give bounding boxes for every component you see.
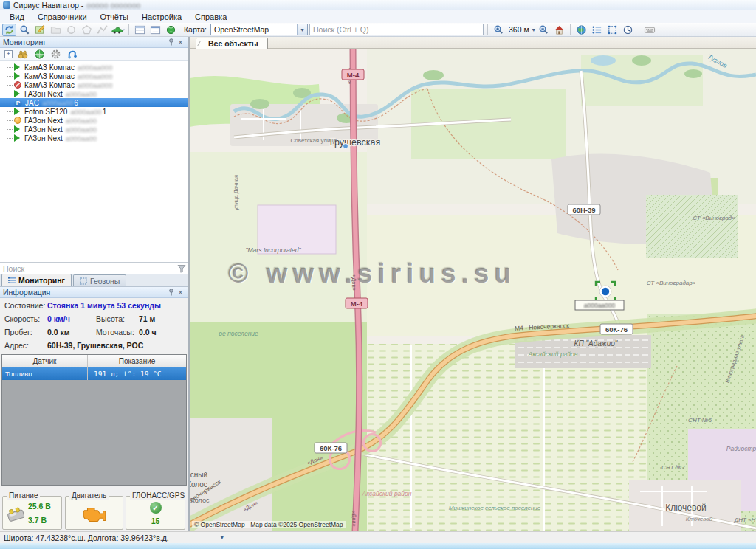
svg-text:М-4: М-4 [351,300,363,308]
vehicle-row[interactable]: ГАЗон Nextа000аа00 [0,89,188,98]
map-canvas[interactable]: «Дон» «Дон» «Дон» «Дон» «Дон» М4 - Новоч… [190,49,756,531]
monitoring-panel-title: Мониторинг [3,38,46,46]
settings-gear-icon[interactable] [49,49,61,60]
map-area: Все объекты [190,37,756,531]
calendar-button[interactable] [148,24,162,36]
home-view-button[interactable] [552,24,566,36]
sensor-row-fuel[interactable]: Топливо 191 л; t°: 19 °C [2,367,186,380]
statusbar-dropdown-icon[interactable]: ▾ [221,534,224,541]
vehicle-row[interactable]: КамАЗ Компаса000аа000 [0,72,188,80]
scale-dropdown-icon[interactable]: ▾ [532,27,535,33]
pin-icon[interactable] [166,288,176,297]
svg-text:ое поселение: ое поселение [219,330,258,337]
select-area-button[interactable] [605,24,619,36]
marker-plate-text: а000аа000 [584,302,616,309]
speed-value: 0 км/ч [47,314,96,323]
report-table-button[interactable] [133,24,147,36]
status-moving-icon [14,108,20,115]
m4-badge: М-4 [346,298,368,308]
vehicle-row[interactable]: ГАЗон Nextа000аа00 [0,125,188,134]
svg-text:Колос: Колос [190,480,207,488]
pin-icon[interactable] [166,38,176,47]
svg-text:М-4: М-4 [347,71,360,79]
menu-bar: Вид Справочники Отчёты Настройка Справка [0,10,756,23]
hours-value[interactable]: 0.0 ч [139,328,157,336]
map-tab-all-objects[interactable]: Все объекты [196,38,268,49]
m4-badge: М-4 [342,69,364,80]
gnss-gauge-label: ГЛОНАСС/GPS [130,491,187,500]
svg-text:60Н-39: 60Н-39 [572,206,595,214]
svg-text:60К-76: 60К-76 [320,444,342,452]
address-value: 60Н-39, Грушевская, РОС [47,341,143,350]
globe-button[interactable] [574,24,588,36]
zoom-out-button[interactable] [537,24,551,36]
sensor-name: Топливо [2,367,88,380]
track-refresh-button[interactable] [2,24,16,36]
tab-geozones[interactable]: Геозоны [73,274,126,286]
svg-text:Радиостр: Радиостр [726,445,756,452]
map-edit-button[interactable] [33,24,47,36]
sensor-table-header: Датчик Показание [2,355,186,367]
status-moving-icon [14,63,20,71]
state-label: Состояние: [4,301,47,310]
info-panel: Состояние:Стоянка 1 минута 53 секунды Ск… [0,298,188,354]
svg-text:СТ «Виноградар»: СТ «Виноградар» [647,280,696,286]
vehicle-row[interactable]: ГАЗон Nextа000аа00 [0,116,188,125]
address-label: Адрес: [4,341,47,350]
vehicle-search-input[interactable] [0,264,175,273]
sensor-value: 191 л; t°: 19 °C [88,370,186,378]
svg-text:улица Дачная: улица Дачная [233,175,239,210]
altitude-label: Высота: [96,314,139,323]
map-select[interactable]: OpenStreetMap ▾ [210,24,308,35]
sensor-column-header[interactable]: Датчик [2,355,88,367]
value-column-header[interactable]: Показание [88,355,186,367]
menu-spravochniki[interactable]: Справочники [31,12,94,22]
zoom-in-button[interactable] [492,24,506,36]
menu-vid[interactable]: Вид [3,12,31,22]
gnss-status-icon: ✓ [150,502,162,514]
object-list-button[interactable] [590,24,604,36]
map-select-arrow-icon[interactable]: ▾ [297,24,307,35]
menu-nastroyka[interactable]: Настройка [135,12,188,22]
status-idle-icon [14,117,21,124]
speed-label: Скорость: [4,314,47,323]
history-clock-button[interactable] [621,24,635,36]
svg-text:Колос: Колос [191,497,210,504]
altitude-value: 71 м [139,314,155,323]
gnss-satellites-value: 15 [126,517,185,525]
svg-text:«Дон»: «Дон» [351,274,357,291]
vehicle-search [0,262,188,274]
toolbar-separator [570,24,571,35]
menu-spravka[interactable]: Справка [188,12,233,22]
tab-monitoring[interactable]: Мониторинг [1,274,72,286]
search-object-button[interactable] [18,24,32,36]
polyline-tool-icon[interactable] [95,24,109,36]
connection-phone-icon[interactable] [66,49,78,60]
vehicle-row-selected[interactable]: PJACа000аа006 [0,98,188,107]
svg-text:Грушевская: Грушевская [330,137,380,148]
vehicle-row[interactable]: Foton SE120а000аа001 [0,107,188,116]
polygon-tool-icon[interactable] [80,24,94,36]
gnss-gauge: ГЛОНАСС/GPS ✓ 15 [126,496,185,530]
close-icon[interactable]: × [176,288,185,297]
vehicle-menu-button[interactable] [111,24,125,36]
geo-tools-button[interactable] [164,24,178,36]
vehicle-row[interactable]: ГАЗон Nextа000аа00 [0,134,188,142]
global-search-input[interactable] [309,24,484,35]
svg-text:Аксайский район: Аксайский район [362,490,412,497]
show-on-map-globe-icon[interactable] [33,49,45,60]
filter-funnel-icon[interactable] [175,263,188,274]
title-bar: Сириус Навигатор - ооооо ооооооо [0,0,756,10]
folder-tool-icon[interactable] [49,24,63,36]
binoculars-icon[interactable] [17,49,29,60]
menu-otchety[interactable]: Отчёты [94,12,135,22]
mileage-value[interactable]: 0.0 км [47,328,96,336]
keyboard-button[interactable] [643,24,657,36]
vehicle-row[interactable]: КамАЗ Компаса000аа000 [0,63,188,72]
battery-icon [5,505,27,523]
svg-text:Аксайский район: Аксайский район [528,351,578,358]
circle-tool-icon[interactable] [64,24,78,36]
vehicle-row[interactable]: КамАЗ Компаса000аа000 [0,80,188,89]
close-icon[interactable]: × [176,38,185,47]
expand-all-icon[interactable]: + [4,50,13,58]
